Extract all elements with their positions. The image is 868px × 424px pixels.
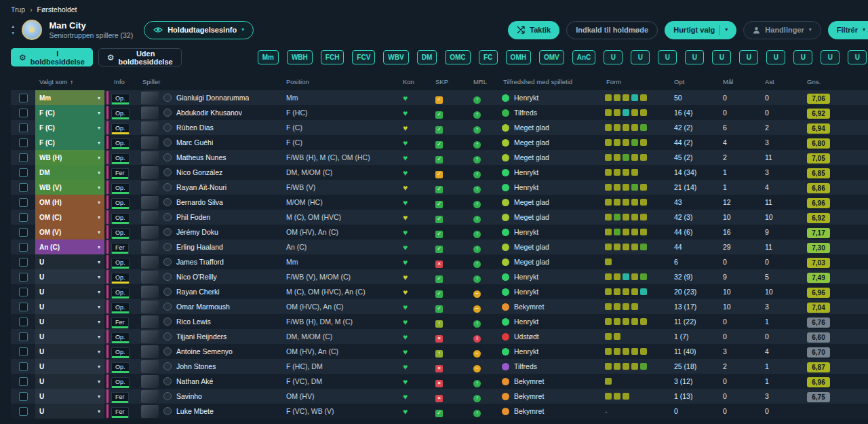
- selected-as-dropdown[interactable]: U▾: [35, 344, 104, 359]
- info-badge[interactable]: Op.: [111, 198, 130, 210]
- actions-button[interactable]: Handlinger ▾: [743, 21, 821, 39]
- player-cell[interactable]: Jérémy Doku: [138, 226, 282, 239]
- col-valgt-som[interactable]: Valgt som↑: [35, 78, 104, 85]
- next-team-button[interactable]: ▼: [11, 31, 15, 36]
- row-checkbox[interactable]: [19, 153, 28, 162]
- col-position[interactable]: Position: [282, 78, 399, 85]
- selected-as-dropdown[interactable]: U▾: [35, 374, 104, 389]
- info-badge[interactable]: Op.: [111, 332, 130, 344]
- position-filter-u[interactable]: U: [766, 50, 785, 64]
- player-cell[interactable]: Rayan Aït-Nouri: [138, 181, 282, 194]
- position-filter-omh[interactable]: OMH: [506, 50, 531, 64]
- player-cell[interactable]: Omar Marmoush: [138, 301, 282, 313]
- player-cell[interactable]: Nico O'Reilly: [138, 271, 282, 284]
- breadcrumb-trup[interactable]: Trup: [11, 5, 25, 14]
- selected-as-dropdown[interactable]: U▾: [35, 314, 104, 329]
- club-crest[interactable]: [22, 20, 42, 40]
- row-checkbox[interactable]: [19, 362, 28, 371]
- selection-info-button[interactable]: Holdudtagelsesinfo ▾: [144, 21, 254, 39]
- selected-as-dropdown[interactable]: OM (H)▾: [35, 195, 104, 210]
- tab-out-of-possession[interactable]: ⚙ Uden boldbesiddelse: [98, 48, 182, 66]
- col-gns[interactable]: Gns.: [803, 78, 857, 85]
- selected-as-dropdown[interactable]: OM (C)▾: [35, 210, 104, 225]
- row-checkbox[interactable]: [19, 407, 28, 416]
- position-filter-fch[interactable]: FCH: [321, 50, 344, 64]
- row-checkbox[interactable]: [19, 332, 28, 341]
- row-checkbox[interactable]: [19, 288, 28, 296]
- row-checkbox[interactable]: [19, 243, 28, 252]
- row-checkbox[interactable]: [19, 228, 28, 237]
- selected-as-dropdown[interactable]: F (C)▾: [35, 135, 104, 150]
- position-filter-u[interactable]: U: [685, 50, 704, 64]
- selected-as-dropdown[interactable]: U▾: [35, 329, 104, 344]
- row-checkbox[interactable]: [19, 273, 28, 282]
- selected-as-dropdown[interactable]: F (C)▾: [35, 105, 104, 120]
- row-checkbox[interactable]: [19, 317, 28, 326]
- info-badge[interactable]: Op.: [111, 138, 130, 150]
- info-badge[interactable]: Op.: [111, 183, 130, 195]
- selected-as-dropdown[interactable]: Mm▾: [35, 90, 104, 105]
- player-cell[interactable]: Nico González: [138, 166, 282, 179]
- team-meeting-button[interactable]: Indkald til holdmøde: [566, 21, 658, 39]
- row-checkbox[interactable]: [19, 138, 28, 147]
- row-checkbox[interactable]: [19, 377, 28, 386]
- player-cell[interactable]: Antoine Semenyo: [138, 345, 282, 358]
- player-cell[interactable]: Marc Guéhi: [138, 136, 282, 149]
- col-opt[interactable]: Opt: [670, 78, 719, 85]
- info-badge[interactable]: Op.: [111, 109, 130, 120]
- position-filter-u[interactable]: U: [793, 50, 812, 64]
- tab-in-possession[interactable]: ⚙ I boldbesiddelse: [11, 48, 93, 66]
- position-filter-u[interactable]: U: [821, 50, 840, 64]
- selected-as-dropdown[interactable]: DM▾: [35, 165, 104, 180]
- col-kon[interactable]: Kon: [399, 78, 431, 85]
- position-filter-fcv[interactable]: FCV: [352, 50, 375, 64]
- selected-as-dropdown[interactable]: WB (H)▾: [35, 150, 104, 165]
- info-badge[interactable]: Op.: [111, 258, 130, 269]
- selected-as-dropdown[interactable]: U▾: [35, 359, 104, 374]
- quick-pick-button[interactable]: Hurtigt valg ▾: [665, 21, 736, 39]
- info-badge[interactable]: Fer: [111, 317, 129, 329]
- info-badge[interactable]: Op.: [111, 288, 130, 299]
- position-filter-omv[interactable]: OMV: [539, 50, 564, 64]
- selected-as-dropdown[interactable]: U▾: [35, 299, 104, 314]
- player-cell[interactable]: Bernardo Silva: [138, 196, 282, 209]
- position-filter-u[interactable]: U: [712, 50, 731, 64]
- info-badge[interactable]: Op.: [111, 213, 130, 225]
- player-cell[interactable]: Luke Mbete: [138, 405, 282, 418]
- col-info[interactable]: Info: [110, 78, 138, 85]
- col-maal[interactable]: Mål: [719, 78, 761, 85]
- tactics-button[interactable]: Taktik: [508, 21, 559, 39]
- position-filter-u[interactable]: U: [631, 50, 650, 64]
- info-badge[interactable]: Op.: [111, 94, 130, 105]
- player-cell[interactable]: John Stones: [138, 360, 282, 373]
- selected-as-dropdown[interactable]: U▾: [35, 254, 104, 269]
- row-checkbox[interactable]: [19, 123, 28, 132]
- selected-as-dropdown[interactable]: F (C)▾: [35, 120, 104, 135]
- row-checkbox[interactable]: [19, 94, 28, 102]
- row-checkbox[interactable]: [19, 347, 28, 356]
- player-cell[interactable]: James Trafford: [138, 256, 282, 269]
- player-cell[interactable]: Gianluigi Donnarumma: [138, 92, 282, 104]
- row-checkbox[interactable]: [19, 258, 28, 267]
- player-cell[interactable]: Tijjani Reijnders: [138, 330, 282, 343]
- player-cell[interactable]: Rúben Dias: [138, 121, 282, 134]
- player-cell[interactable]: Rayan Cherki: [138, 286, 282, 298]
- position-filter-u[interactable]: U: [848, 50, 867, 64]
- row-checkbox[interactable]: [19, 109, 28, 117]
- selected-as-dropdown[interactable]: OM (V)▾: [35, 225, 104, 239]
- selected-as-dropdown[interactable]: WB (V)▾: [35, 180, 104, 195]
- col-mrl[interactable]: MRL: [469, 78, 499, 85]
- position-filter-wbh[interactable]: WBH: [287, 50, 313, 64]
- row-checkbox[interactable]: [19, 213, 28, 222]
- player-cell[interactable]: Abdukodir Khusanov: [138, 107, 282, 119]
- info-badge[interactable]: Op.: [111, 153, 130, 165]
- info-badge[interactable]: Op.: [111, 303, 130, 314]
- player-cell[interactable]: Erling Haaland: [138, 241, 282, 254]
- info-badge[interactable]: Op.: [111, 347, 130, 359]
- position-filter-anc[interactable]: AnC: [572, 50, 596, 64]
- selected-as-dropdown[interactable]: U▾: [35, 404, 104, 419]
- col-skp[interactable]: SKP: [431, 78, 469, 85]
- club-name[interactable]: Man City: [49, 20, 133, 31]
- col-form[interactable]: Form: [602, 78, 670, 85]
- player-cell[interactable]: Phil Foden: [138, 211, 282, 224]
